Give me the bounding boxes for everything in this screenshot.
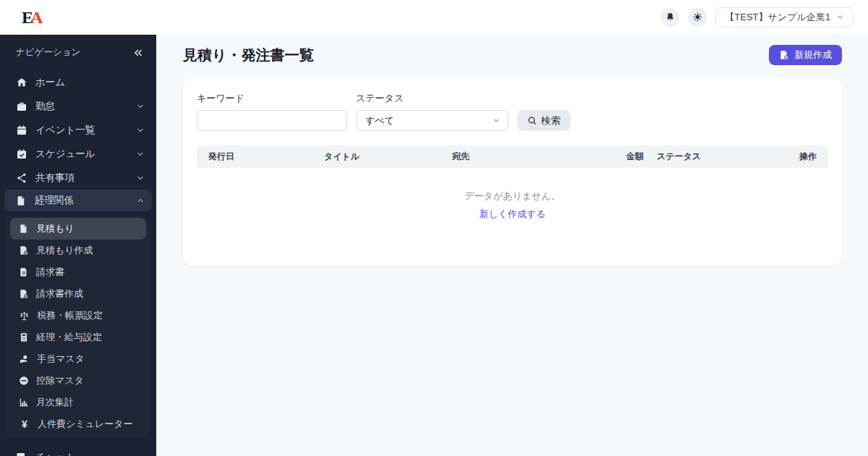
chevron-down-icon <box>136 126 145 135</box>
create-new-link[interactable]: 新しく作成する <box>479 208 545 221</box>
column-header-issue-date: 発行日 <box>208 151 324 163</box>
submenu-item-invoices[interactable]: 請求書 <box>10 261 146 283</box>
column-header-status: ステータス <box>644 151 773 163</box>
bell-icon <box>665 12 675 22</box>
sidebar-header-label: ナビゲーション <box>16 46 80 59</box>
share-icon <box>16 172 27 184</box>
accounting-submenu: 見積もり 見積もり作成 請求書 <box>6 215 150 438</box>
sidebar-item-events[interactable]: イベント一覧 <box>0 118 156 142</box>
status-label: ステータス <box>356 92 509 105</box>
submenu-item-label: 人件費シミュレーター <box>38 418 133 431</box>
sidebar-item-label: スケジュール <box>35 148 128 161</box>
double-chevron-left-icon <box>133 48 143 58</box>
column-header-title: タイトル <box>324 151 452 163</box>
chevron-down-icon <box>136 174 145 182</box>
home-icon <box>16 77 27 88</box>
calculator-icon <box>19 332 29 342</box>
yen-icon: ¥ <box>19 418 30 430</box>
sidebar-item-shared[interactable]: 共有事項 <box>0 166 156 190</box>
calendar-icon <box>16 124 27 136</box>
file-plus-icon <box>19 245 29 256</box>
file-icon <box>19 224 29 234</box>
list-card: キーワード ステータス すべて 検索 <box>183 77 842 266</box>
sidebar: ナビゲーション ホーム 勤怠 <box>0 35 156 456</box>
keyword-input[interactable] <box>197 110 347 131</box>
search-icon <box>527 116 537 125</box>
app-logo[interactable]: EA <box>22 9 43 26</box>
status-select[interactable]: すべて <box>356 110 509 131</box>
submenu-item-label: 請求書作成 <box>36 287 83 300</box>
submenu-item-label: 控除マスタ <box>36 374 84 387</box>
hand-coins-icon <box>19 354 30 365</box>
calendar-check-icon <box>16 148 27 160</box>
keyword-label: キーワード <box>197 92 347 105</box>
sidebar-item-schedule[interactable]: スケジュール <box>0 142 156 166</box>
submenu-item-label: 月次集計 <box>36 396 74 409</box>
submenu-item-monthly-summary[interactable]: 月次集計 <box>10 392 146 413</box>
submenu-item-label: 見積もり <box>36 222 75 235</box>
chat-icon <box>16 452 27 456</box>
notifications-button[interactable] <box>660 8 679 27</box>
search-button[interactable]: 検索 <box>517 110 571 131</box>
chevron-down-icon <box>836 13 844 21</box>
main-content: 見積り・発注書一覧 新規作成 キーワード ステータス すべて <box>156 35 868 456</box>
sidebar-item-label: ホーム <box>35 76 145 89</box>
submenu-item-label: 手当マスタ <box>37 352 85 366</box>
submenu-item-label: 経理・給与設定 <box>36 331 102 344</box>
sidebar-item-home[interactable]: ホーム <box>0 70 156 94</box>
create-new-button[interactable]: 新規作成 <box>769 45 842 65</box>
status-select-value: すべて <box>365 114 394 127</box>
file-plus-icon <box>19 289 29 299</box>
chevron-down-icon <box>493 117 501 124</box>
column-header-amount: 金額 <box>600 151 644 163</box>
sun-icon <box>693 12 702 22</box>
submenu-item-label: 税務・帳票設定 <box>37 309 103 322</box>
company-selector-label: 【TEST】サンプル企業1 <box>725 11 830 24</box>
page-title: 見積り・発注書一覧 <box>183 46 313 65</box>
column-header-recipient: 宛先 <box>452 151 600 163</box>
submenu-item-allowance-master[interactable]: 手当マスタ <box>10 348 146 370</box>
chevron-down-icon <box>136 150 145 159</box>
sidebar-item-label: 勤怠 <box>35 100 128 113</box>
minus-circle-icon <box>19 376 29 386</box>
submenu-item-invoice-create[interactable]: 請求書作成 <box>10 283 146 305</box>
create-new-button-label: 新規作成 <box>794 48 832 62</box>
submenu-item-quote-create[interactable]: 見積もり作成 <box>10 240 146 261</box>
submenu-item-payroll-settings[interactable]: 経理・給与設定 <box>10 326 146 348</box>
sidebar-item-label: 共有事項 <box>35 172 128 185</box>
sidebar-item-label: 経理関係 <box>35 194 128 207</box>
document-icon <box>16 195 27 206</box>
sidebar-item-attendance[interactable]: 勤怠 <box>0 94 156 118</box>
empty-state-message: データがありません。 <box>197 190 828 203</box>
sidebar-item-chat[interactable]: チャット <box>0 445 156 456</box>
submenu-item-label: 請求書 <box>36 266 64 279</box>
sidebar-collapse-button[interactable] <box>133 48 143 58</box>
column-header-actions: 操作 <box>773 151 817 163</box>
scales-icon <box>19 311 30 321</box>
submenu-item-deduction-master[interactable]: 控除マスタ <box>10 370 146 392</box>
logo-letter-a: A <box>30 8 43 27</box>
topbar: EA 【TEST】サンプル企業1 <box>0 0 868 35</box>
company-selector[interactable]: 【TEST】サンプル企業1 <box>715 7 854 28</box>
submenu-item-quotes[interactable]: 見積もり <box>10 218 146 240</box>
file-plus-icon <box>779 50 789 60</box>
submenu-item-label: 見積もり作成 <box>36 244 93 257</box>
chevron-down-icon <box>136 102 145 111</box>
submenu-item-labor-cost-simulator[interactable]: ¥ 人件費シミュレーター <box>10 413 146 435</box>
sidebar-item-label: チャット <box>35 451 145 456</box>
theme-toggle-button[interactable] <box>688 8 707 27</box>
sidebar-item-label: イベント一覧 <box>35 124 128 137</box>
submenu-item-tax-settings[interactable]: 税務・帳票設定 <box>10 305 146 326</box>
sidebar-item-accounting[interactable]: 経理関係 <box>4 190 152 211</box>
search-button-label: 検索 <box>541 114 561 127</box>
briefcase-icon <box>16 101 27 112</box>
bar-chart-icon <box>19 397 29 408</box>
table-header-row: 発行日 タイトル 宛先 金額 ステータス 操作 <box>197 145 828 168</box>
chevron-up-icon <box>136 196 145 205</box>
empty-state: データがありません。 新しく作成する <box>197 168 828 266</box>
file-text-icon <box>19 267 29 277</box>
